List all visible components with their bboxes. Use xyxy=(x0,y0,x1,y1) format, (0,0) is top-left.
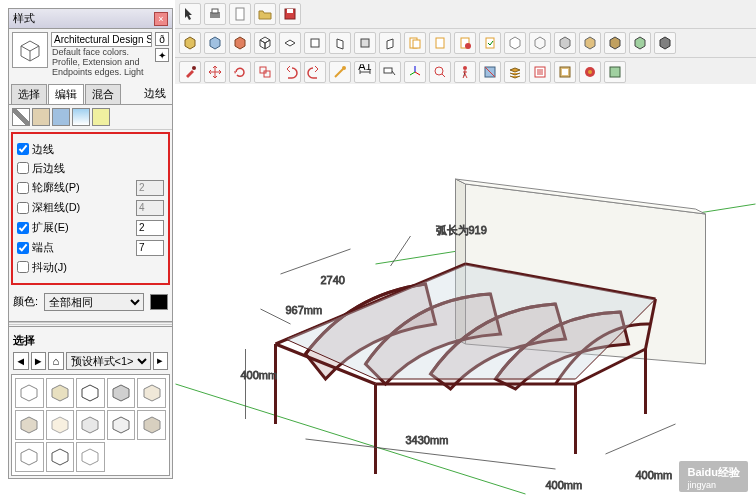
create-icon[interactable]: ✦ xyxy=(155,48,169,62)
tool-walk[interactable] xyxy=(454,61,476,83)
checkbox-endpoint[interactable] xyxy=(17,242,29,254)
tool-iso[interactable] xyxy=(254,32,276,54)
tool-page2[interactable] xyxy=(429,32,451,54)
tool-materials[interactable] xyxy=(579,61,601,83)
tool-back[interactable] xyxy=(354,32,376,54)
tool-shade2[interactable] xyxy=(529,32,551,54)
tool-shade4[interactable] xyxy=(579,32,601,54)
tool-right[interactable] xyxy=(329,32,351,54)
thumb[interactable] xyxy=(76,378,105,408)
edge-settings-icon[interactable] xyxy=(12,108,30,126)
tool-shade6[interactable] xyxy=(629,32,651,54)
tool-axes[interactable] xyxy=(404,61,426,83)
edge-section-label: 边线 xyxy=(140,84,170,104)
modeling-settings-icon[interactable] xyxy=(92,108,110,126)
svg-rect-27 xyxy=(610,67,620,77)
style-name-input[interactable]: Architectural Design Style xyxy=(51,32,152,47)
checkbox-edge[interactable] xyxy=(17,143,29,155)
tool-section[interactable] xyxy=(479,61,501,83)
thumb[interactable] xyxy=(76,410,105,440)
svg-rect-12 xyxy=(486,38,494,48)
viewport-3d[interactable]: 弧长为919 2740 967mm 400mm 3430mm 400mm 400… xyxy=(175,84,756,500)
thumb[interactable] xyxy=(137,378,166,408)
background-settings-icon[interactable] xyxy=(52,108,70,126)
refresh-icon[interactable]: ð xyxy=(155,32,169,46)
nav-back-icon[interactable]: ◄ xyxy=(13,352,29,370)
nav-home-icon[interactable]: ⌂ xyxy=(48,352,64,370)
tool-layers[interactable] xyxy=(504,61,526,83)
thumb[interactable] xyxy=(46,442,75,472)
color-swatch[interactable] xyxy=(150,294,168,310)
tool-shade7[interactable] xyxy=(654,32,676,54)
tool-open[interactable] xyxy=(254,3,276,25)
tool-new[interactable] xyxy=(229,3,251,25)
tool-tape[interactable] xyxy=(329,61,351,83)
close-icon[interactable]: × xyxy=(154,12,168,26)
tool-redo[interactable] xyxy=(304,61,326,83)
tool-dim[interactable]: A1 xyxy=(354,61,376,83)
tool-text[interactable] xyxy=(379,61,401,83)
tool-page4[interactable] xyxy=(479,32,501,54)
thumb[interactable] xyxy=(15,378,44,408)
annot-arc: 弧长为919 xyxy=(436,224,487,236)
checkbox-depth[interactable] xyxy=(17,202,29,214)
thumb[interactable] xyxy=(107,378,136,408)
style-thumbnail[interactable] xyxy=(12,32,48,68)
tool-comp[interactable] xyxy=(554,61,576,83)
tool-cube2[interactable] xyxy=(204,32,226,54)
checkbox-back-edge[interactable] xyxy=(17,162,29,174)
tab-mix[interactable]: 混合 xyxy=(85,84,121,104)
thumb[interactable] xyxy=(137,410,166,440)
checkbox-profile[interactable] xyxy=(17,182,29,194)
input-endpoint[interactable] xyxy=(136,240,164,256)
dim-967: 967mm xyxy=(286,304,323,316)
svg-rect-4 xyxy=(287,9,293,13)
tool-cube1[interactable] xyxy=(179,32,201,54)
svg-point-11 xyxy=(465,43,471,49)
thumb[interactable] xyxy=(46,410,75,440)
tool-save[interactable] xyxy=(279,3,301,25)
tab-select[interactable]: 选择 xyxy=(11,84,47,104)
style-thumbnails xyxy=(11,374,170,476)
watermark-settings-icon[interactable] xyxy=(72,108,90,126)
panel-divider[interactable] xyxy=(9,321,172,327)
tool-shade3[interactable] xyxy=(554,32,576,54)
face-settings-icon[interactable] xyxy=(32,108,50,126)
svg-rect-6 xyxy=(361,39,369,47)
svg-rect-14 xyxy=(260,67,266,73)
tool-outliner[interactable] xyxy=(529,61,551,83)
tool-styles[interactable] xyxy=(604,61,626,83)
checkbox-extension[interactable] xyxy=(17,222,29,234)
tool-scale[interactable] xyxy=(254,61,276,83)
svg-rect-24 xyxy=(562,69,568,75)
color-select[interactable]: 全部相同 xyxy=(44,293,144,311)
tool-shade1[interactable] xyxy=(504,32,526,54)
thumb[interactable] xyxy=(107,410,136,440)
checkbox-jitter[interactable] xyxy=(17,261,29,273)
tool-print[interactable] xyxy=(204,3,226,25)
thumb[interactable] xyxy=(46,378,75,408)
tool-cursor[interactable] xyxy=(179,3,201,25)
tool-rotate[interactable] xyxy=(229,61,251,83)
tool-page3[interactable] xyxy=(454,32,476,54)
details-icon[interactable]: ▸ xyxy=(153,352,169,370)
thumb[interactable] xyxy=(76,442,105,472)
input-extension[interactable] xyxy=(136,220,164,236)
tool-top[interactable] xyxy=(279,32,301,54)
nav-fwd-icon[interactable]: ► xyxy=(31,352,47,370)
tool-page1[interactable] xyxy=(404,32,426,54)
tool-paint[interactable] xyxy=(179,61,201,83)
tool-search[interactable] xyxy=(429,61,451,83)
tool-cube3[interactable] xyxy=(229,32,251,54)
tool-shade5[interactable] xyxy=(604,32,626,54)
thumb[interactable] xyxy=(15,410,44,440)
tool-undo[interactable] xyxy=(279,61,301,83)
tool-move[interactable] xyxy=(204,61,226,83)
style-library-select[interactable]: 预设样式<1> xyxy=(66,352,151,370)
tab-edit[interactable]: 编辑 xyxy=(48,84,84,104)
thumb[interactable] xyxy=(15,442,44,472)
svg-point-20 xyxy=(463,66,467,70)
svg-line-28 xyxy=(176,384,526,494)
tool-left[interactable] xyxy=(379,32,401,54)
tool-front[interactable] xyxy=(304,32,326,54)
